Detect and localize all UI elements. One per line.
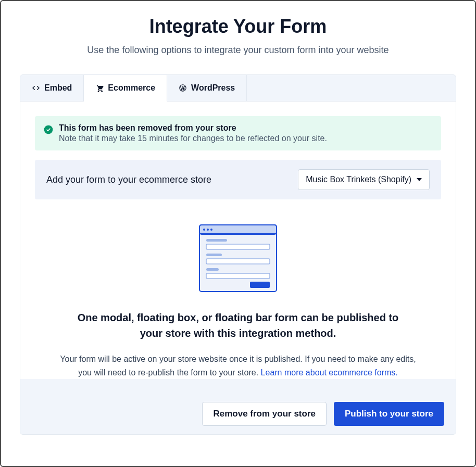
tab-ecommerce-label: Ecommerce: [108, 83, 155, 93]
alert-note: Note that it may take 15 minutes for cha…: [59, 134, 327, 143]
info-heading: One modal, floating box, or floating bar…: [71, 310, 405, 341]
success-alert: This form has been removed from your sto…: [35, 116, 441, 150]
tab-ecommerce[interactable]: Ecommerce: [84, 75, 167, 102]
code-icon: [32, 84, 40, 92]
cart-icon: [95, 84, 104, 92]
svg-point-4: [203, 229, 205, 231]
page-subtitle: Use the following options to integrate y…: [1, 45, 475, 56]
svg-rect-13: [250, 282, 270, 288]
integration-panel: Embed Ecommerce WordPress This form has …: [20, 74, 456, 435]
svg-rect-1: [199, 225, 277, 292]
svg-point-6: [210, 229, 212, 231]
svg-rect-3: [199, 233, 277, 234]
page-title: Integrate Your Form: [1, 16, 475, 37]
tab-content-ecommerce: This form has been removed from your sto…: [20, 102, 456, 379]
alert-title: This form has been removed from your sto…: [59, 123, 327, 133]
svg-rect-8: [206, 244, 270, 249]
remove-button[interactable]: Remove from your store: [202, 402, 327, 426]
svg-rect-7: [206, 239, 227, 242]
svg-point-5: [207, 229, 209, 231]
info-text: Your form will be active on your store w…: [56, 352, 420, 379]
tab-wordpress[interactable]: WordPress: [167, 75, 247, 101]
footer-actions: Remove from your store Publish to your s…: [20, 394, 456, 434]
tabs: Embed Ecommerce WordPress: [20, 75, 456, 102]
form-illustration: [35, 224, 441, 292]
check-circle-icon: [43, 124, 54, 135]
publish-button[interactable]: Publish to your store: [334, 402, 444, 426]
svg-rect-9: [206, 254, 222, 256]
tab-embed[interactable]: Embed: [20, 75, 84, 101]
tab-wordpress-label: WordPress: [191, 83, 235, 93]
svg-rect-12: [206, 273, 270, 279]
store-label: Add your form to your ecommerce store: [46, 174, 211, 185]
svg-rect-11: [206, 268, 219, 271]
store-selection-bar: Add your form to your ecommerce store Mu…: [35, 160, 441, 199]
store-select-value: Music Box Trinkets (Shopify): [306, 175, 411, 184]
svg-rect-10: [206, 259, 270, 264]
learn-more-link[interactable]: Learn more about ecommerce forms.: [261, 368, 398, 377]
wordpress-icon: [179, 84, 187, 92]
tab-embed-label: Embed: [44, 83, 72, 93]
store-select[interactable]: Music Box Trinkets (Shopify): [298, 169, 430, 190]
chevron-down-icon: [417, 178, 422, 181]
